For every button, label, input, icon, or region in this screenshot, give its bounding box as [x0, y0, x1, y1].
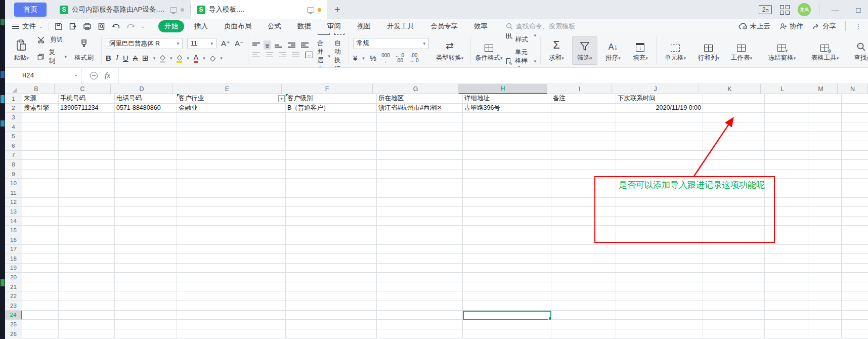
cell-C4[interactable] — [59, 122, 115, 132]
cell-F15[interactable] — [286, 226, 377, 235]
cell-M23[interactable] — [808, 301, 842, 311]
column-header-I[interactable]: I — [547, 84, 612, 94]
type-convert-button[interactable]: ⇄ 类型转换▾ — [433, 38, 466, 62]
cell-E18[interactable] — [177, 254, 286, 264]
cell-I3[interactable] — [551, 113, 616, 122]
cell-G9[interactable] — [377, 169, 463, 179]
row-header-18[interactable]: 18 — [5, 254, 22, 264]
cell-M10[interactable] — [808, 179, 842, 188]
cell-F10[interactable] — [286, 179, 377, 188]
cell-G24[interactable] — [377, 311, 463, 320]
menu-tab-insert[interactable]: 插入 — [188, 20, 214, 32]
cell-F23[interactable] — [286, 301, 377, 311]
cell-D17[interactable] — [115, 245, 177, 255]
cell-F22[interactable] — [286, 291, 377, 301]
cell-G10[interactable] — [377, 179, 463, 188]
strikethrough-button[interactable]: A — [133, 54, 138, 62]
cell-N4[interactable] — [842, 122, 868, 132]
table-tools-button[interactable]: ⚙ 表格工具▾ — [808, 38, 842, 62]
cell-M14[interactable] — [808, 217, 842, 226]
thousands-format-button[interactable]: 000, — [381, 53, 390, 63]
cell-C25[interactable] — [59, 320, 115, 329]
cell-G12[interactable] — [377, 198, 463, 207]
cell-F6[interactable] — [286, 141, 377, 151]
cell-H2[interactable]: 古翠路396号 — [463, 104, 551, 113]
cell-I19[interactable] — [551, 264, 616, 273]
paste-button[interactable]: 粘贴▾ — [9, 38, 33, 62]
cell-B14[interactable] — [22, 217, 59, 226]
cell-E17[interactable] — [177, 245, 286, 255]
cell-M26[interactable] — [808, 329, 842, 339]
cell-L18[interactable] — [765, 254, 808, 264]
row-header-12[interactable]: 12 — [5, 198, 22, 207]
cell-B24[interactable] — [22, 311, 59, 320]
cell-C22[interactable] — [59, 291, 115, 301]
cell-E26[interactable] — [177, 329, 286, 339]
cell-N9[interactable] — [842, 169, 868, 179]
row-header-5[interactable]: 5 — [5, 132, 22, 141]
cell-C18[interactable] — [59, 254, 115, 264]
cell-F14[interactable] — [286, 217, 377, 226]
cell-B7[interactable] — [22, 151, 59, 160]
row-header-11[interactable]: 11 — [5, 188, 22, 198]
minimize-button[interactable]: — — [828, 6, 843, 14]
cell-M3[interactable] — [808, 113, 842, 122]
cell-H7[interactable] — [463, 151, 551, 160]
app-grid-icon[interactable] — [780, 5, 790, 15]
cell-M5[interactable] — [808, 132, 842, 141]
cell-M21[interactable] — [808, 282, 842, 292]
cell-D12[interactable] — [115, 198, 177, 207]
cell-C19[interactable] — [59, 264, 115, 273]
cell-D26[interactable] — [115, 329, 177, 339]
menu-tab-developer[interactable]: 开发工具 — [381, 20, 420, 32]
cell-B9[interactable] — [22, 169, 59, 179]
cell-C14[interactable] — [59, 217, 115, 226]
cell-N2[interactable] — [842, 104, 868, 113]
cell-N5[interactable] — [842, 132, 868, 141]
row-header-15[interactable]: 15 — [5, 226, 22, 235]
cell-G25[interactable] — [377, 320, 463, 329]
font-color-button[interactable]: A — [194, 53, 198, 63]
cell-D9[interactable] — [115, 169, 177, 179]
cell-K21[interactable] — [703, 282, 765, 292]
cell-B17[interactable] — [22, 245, 59, 255]
cell-L17[interactable] — [765, 245, 808, 255]
cell-N25[interactable] — [842, 320, 868, 329]
cell-N24[interactable] — [842, 311, 868, 320]
cell-I1[interactable]: 备注 — [551, 94, 616, 104]
cell-C10[interactable] — [59, 179, 115, 188]
cell-M12[interactable] — [808, 198, 842, 207]
eraser-button[interactable]: ◇ — [210, 54, 216, 63]
cell-H10[interactable] — [463, 179, 551, 188]
column-header-B[interactable]: B — [18, 84, 55, 94]
cell-B12[interactable] — [22, 198, 59, 207]
menu-tab-review[interactable]: 审阅 — [321, 20, 347, 32]
column-header-J[interactable]: J — [612, 84, 699, 94]
cell-G3[interactable] — [377, 113, 463, 122]
cell-B2[interactable]: 搜索引擎 — [22, 104, 59, 113]
cell-B11[interactable] — [22, 188, 59, 198]
row-header-2[interactable]: 2 — [5, 104, 22, 113]
cell-I5[interactable] — [551, 132, 616, 141]
cell-C8[interactable] — [59, 160, 115, 169]
cell-F18[interactable] — [286, 254, 377, 264]
align-center-icon[interactable] — [266, 53, 273, 58]
user-avatar[interactable]: 龙凤 — [798, 3, 811, 16]
row-header-14[interactable]: 14 — [5, 217, 22, 226]
cell-G22[interactable] — [377, 291, 463, 301]
cell-D20[interactable] — [115, 273, 177, 282]
cell-J22[interactable] — [616, 291, 703, 301]
cell-K25[interactable] — [703, 320, 765, 329]
window-switcher-button[interactable]: 2 — [759, 5, 772, 14]
cell-C2[interactable]: 13905711234 — [59, 104, 115, 113]
justify-icon[interactable] — [292, 53, 299, 58]
cell-F1[interactable]: 客户级别 — [286, 94, 377, 104]
row-header-6[interactable]: 6 — [5, 141, 22, 151]
cell-G2[interactable]: 浙江省#杭州市#西湖区 — [377, 104, 463, 113]
cut-button[interactable]: 剪切 — [37, 35, 67, 44]
align-right-icon[interactable] — [279, 53, 286, 58]
cell-M18[interactable] — [808, 254, 842, 264]
fill-color-button[interactable]: ◇ — [177, 53, 182, 63]
row-header-1[interactable]: 1 — [5, 94, 22, 104]
cell-L24[interactable] — [765, 311, 808, 320]
